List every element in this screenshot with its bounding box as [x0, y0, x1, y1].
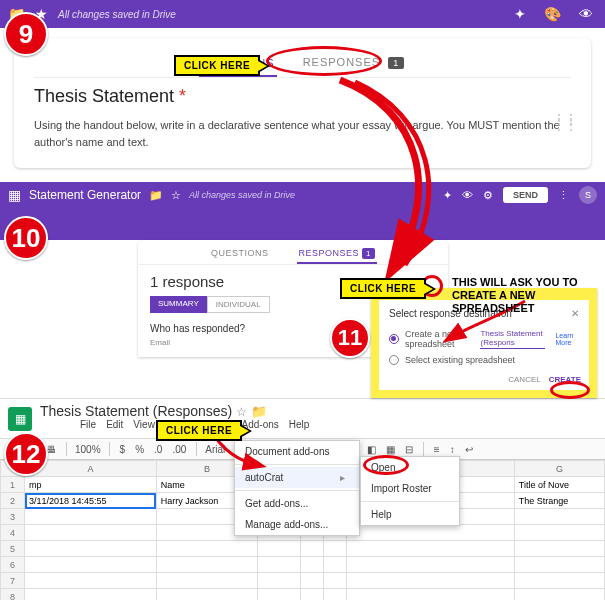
align-icon[interactable]: ≡: [432, 444, 442, 455]
zoom-select[interactable]: 100%: [75, 444, 101, 455]
row-header[interactable]: 7: [1, 573, 25, 589]
sheets-logo-icon[interactable]: ▦: [8, 407, 32, 431]
menu-item-document-addons[interactable]: Document add-ons: [235, 441, 359, 462]
learn-more-link[interactable]: Learn More: [555, 332, 579, 346]
menu-item-autocrat[interactable]: autoCrat▸: [235, 467, 359, 488]
cell[interactable]: [514, 589, 604, 601]
row-header[interactable]: 4: [1, 525, 25, 541]
cell[interactable]: [514, 573, 604, 589]
new-spreadsheet-name-input[interactable]: Thesis Statement (Respons: [480, 329, 545, 349]
cell[interactable]: [25, 557, 157, 573]
menu-item-get-addons[interactable]: Get add-ons...: [235, 493, 359, 514]
menu-item-import-roster[interactable]: Import Roster: [361, 478, 459, 499]
form-title[interactable]: Statement Generator: [29, 188, 141, 202]
cell[interactable]: [324, 589, 347, 601]
cell[interactable]: mp: [25, 477, 157, 493]
row-header[interactable]: 8: [1, 589, 25, 601]
cell[interactable]: [324, 573, 347, 589]
currency-icon[interactable]: $: [118, 444, 128, 455]
cell[interactable]: [156, 541, 257, 557]
cell[interactable]: [300, 573, 324, 589]
preview-icon[interactable]: ⚙: [483, 189, 493, 202]
cell[interactable]: [156, 573, 257, 589]
cell[interactable]: [25, 573, 157, 589]
row-header[interactable]: 2: [1, 493, 25, 509]
percent-icon[interactable]: %: [133, 444, 146, 455]
cell[interactable]: [514, 509, 604, 525]
cell[interactable]: [25, 525, 157, 541]
cell[interactable]: 3/11/2018 14:45:55: [25, 493, 157, 509]
forms-logo-icon[interactable]: ▦: [8, 187, 21, 203]
decimal-decrease-icon[interactable]: .0: [152, 444, 164, 455]
star-icon[interactable]: ☆: [171, 189, 181, 202]
more-icon[interactable]: ⋮: [558, 189, 569, 202]
cell[interactable]: [300, 557, 324, 573]
spreadsheet-title[interactable]: Thesis Statement (Responses) ☆ 📁: [40, 403, 309, 419]
cell[interactable]: [25, 509, 157, 525]
responses-count-badge: 1: [388, 57, 404, 69]
cell[interactable]: [258, 589, 301, 601]
avatar[interactable]: S: [579, 186, 597, 204]
cell[interactable]: [25, 589, 157, 601]
menu-file[interactable]: File: [80, 419, 96, 430]
cell[interactable]: [258, 541, 301, 557]
addons-icon[interactable]: ✦: [443, 189, 452, 202]
cell[interactable]: [324, 557, 347, 573]
merge-icon[interactable]: ⊟: [403, 444, 415, 455]
cell[interactable]: Title of Nove: [514, 477, 604, 493]
col-header[interactable]: G: [514, 461, 604, 477]
cell[interactable]: [514, 541, 604, 557]
menu-help[interactable]: Help: [289, 419, 310, 430]
preview-icon[interactable]: 👁: [579, 6, 593, 22]
cell[interactable]: The Strange: [514, 493, 604, 509]
cell[interactable]: [324, 541, 347, 557]
required-mark: *: [179, 86, 186, 106]
cell[interactable]: [514, 525, 604, 541]
menu-view[interactable]: View: [133, 419, 155, 430]
decimal-increase-icon[interactable]: .00: [170, 444, 188, 455]
cell[interactable]: [347, 589, 515, 601]
cell[interactable]: [300, 589, 324, 601]
folder-icon[interactable]: 📁: [251, 404, 267, 419]
cell[interactable]: [156, 589, 257, 601]
palette-icon[interactable]: 👁: [462, 189, 473, 201]
cell[interactable]: [25, 541, 157, 557]
cancel-button[interactable]: CANCEL: [508, 375, 540, 384]
folder-icon[interactable]: 📁: [149, 189, 163, 202]
palette-icon[interactable]: 🎨: [544, 6, 561, 22]
wrap-icon[interactable]: ↩: [463, 444, 475, 455]
row-header[interactable]: 5: [1, 541, 25, 557]
row-header[interactable]: 6: [1, 557, 25, 573]
cell[interactable]: [347, 557, 515, 573]
cell[interactable]: [258, 573, 301, 589]
cell[interactable]: [300, 541, 324, 557]
drag-handle-icon[interactable]: ⋮⋮⋮⋮: [553, 116, 577, 128]
summary-tab[interactable]: SUMMARY: [150, 296, 207, 313]
row-header[interactable]: 1: [1, 477, 25, 493]
cell[interactable]: [347, 573, 515, 589]
row-header[interactable]: 3: [1, 509, 25, 525]
form-tabs: QUESTIONS RESPONSES1: [138, 240, 448, 265]
cell[interactable]: [258, 557, 301, 573]
option-existing-spreadsheet[interactable]: Select existing spreadsheet: [389, 355, 579, 365]
send-button[interactable]: SEND: [503, 187, 548, 203]
tab-questions[interactable]: QUESTIONS: [211, 248, 269, 258]
menu-item-manage-addons[interactable]: Manage add-ons...: [235, 514, 359, 535]
fill-color-icon[interactable]: ◧: [365, 444, 378, 455]
annotation-click-here-10: CLICK HERE: [340, 278, 426, 299]
borders-icon[interactable]: ▦: [384, 444, 397, 455]
addons-icon[interactable]: ✦: [514, 6, 526, 22]
menu-edit[interactable]: Edit: [106, 419, 123, 430]
individual-tab[interactable]: INDIVIDUAL: [207, 296, 270, 313]
valign-icon[interactable]: ↕: [448, 444, 457, 455]
cell[interactable]: [347, 525, 515, 541]
star-icon[interactable]: ☆: [236, 405, 247, 419]
cell[interactable]: [347, 541, 515, 557]
cell[interactable]: [514, 557, 604, 573]
question-title[interactable]: Thesis Statement *: [34, 86, 571, 107]
tab-responses[interactable]: RESPONSES1: [299, 248, 375, 258]
option-new-spreadsheet[interactable]: Create a new spreadsheet Thesis Statemen…: [389, 329, 579, 349]
cell[interactable]: [156, 557, 257, 573]
menu-item-help[interactable]: Help: [361, 504, 459, 525]
question-description[interactable]: Using the handout below, write in a decl…: [34, 117, 564, 150]
